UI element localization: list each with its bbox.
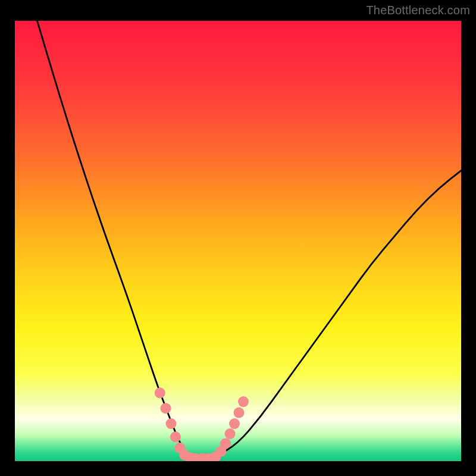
valley-marker <box>220 438 231 449</box>
valley-marker <box>170 431 181 442</box>
plot-area <box>15 21 461 461</box>
valley-marker <box>155 387 165 398</box>
valley-marker <box>234 408 245 418</box>
plot-background <box>15 21 461 461</box>
watermark-text: TheBottleneck.com <box>366 4 470 17</box>
valley-marker <box>238 396 249 407</box>
chart-frame: TheBottleneck.com <box>0 0 476 476</box>
valley-marker <box>229 418 240 429</box>
valley-marker <box>225 428 236 439</box>
valley-marker <box>166 418 177 429</box>
plot-svg <box>15 21 461 461</box>
valley-marker <box>161 403 171 414</box>
